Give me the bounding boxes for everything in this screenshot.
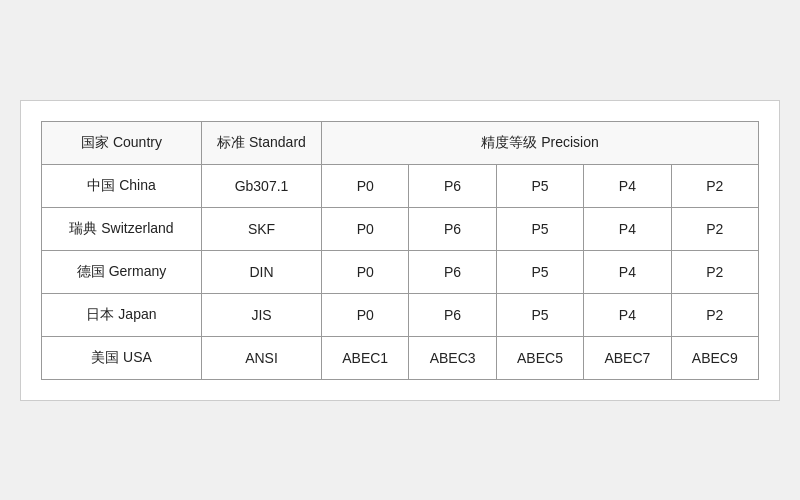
- table-body: 中国 ChinaGb307.1P0P6P5P4P2瑞典 SwitzerlandS…: [42, 164, 759, 379]
- cell-level-2: P5: [496, 207, 583, 250]
- col-header-standard: 标准 Standard: [202, 121, 322, 164]
- cell-country: 美国 USA: [42, 336, 202, 379]
- cell-level-0: P0: [322, 207, 409, 250]
- cell-country: 中国 China: [42, 164, 202, 207]
- cell-level-4: P2: [671, 293, 758, 336]
- cell-level-3: P4: [584, 250, 671, 293]
- table-row: 美国 USAANSIABEC1ABEC3ABEC5ABEC7ABEC9: [42, 336, 759, 379]
- cell-country: 德国 Germany: [42, 250, 202, 293]
- cell-standard: ANSI: [202, 336, 322, 379]
- cell-standard: DIN: [202, 250, 322, 293]
- cell-level-0: ABEC1: [322, 336, 409, 379]
- table-row: 中国 ChinaGb307.1P0P6P5P4P2: [42, 164, 759, 207]
- cell-level-3: ABEC7: [584, 336, 671, 379]
- cell-level-4: P2: [671, 164, 758, 207]
- cell-standard: JIS: [202, 293, 322, 336]
- header-row: 国家 Country 标准 Standard 精度等级 Precision: [42, 121, 759, 164]
- cell-level-3: P4: [584, 207, 671, 250]
- cell-level-3: P4: [584, 293, 671, 336]
- cell-level-1: P6: [409, 164, 496, 207]
- cell-level-2: P5: [496, 293, 583, 336]
- table-wrapper: 国家 Country 标准 Standard 精度等级 Precision 中国…: [20, 100, 780, 401]
- table-row: 德国 GermanyDINP0P6P5P4P2: [42, 250, 759, 293]
- table-row: 日本 JapanJISP0P6P5P4P2: [42, 293, 759, 336]
- table-row: 瑞典 SwitzerlandSKFP0P6P5P4P2: [42, 207, 759, 250]
- cell-level-0: P0: [322, 250, 409, 293]
- cell-country: 日本 Japan: [42, 293, 202, 336]
- cell-country: 瑞典 Switzerland: [42, 207, 202, 250]
- cell-level-0: P0: [322, 293, 409, 336]
- cell-level-4: P2: [671, 250, 758, 293]
- cell-level-2: P5: [496, 164, 583, 207]
- cell-level-1: P6: [409, 207, 496, 250]
- cell-level-1: ABEC3: [409, 336, 496, 379]
- cell-standard: Gb307.1: [202, 164, 322, 207]
- cell-level-4: P2: [671, 207, 758, 250]
- cell-level-4: ABEC9: [671, 336, 758, 379]
- cell-level-3: P4: [584, 164, 671, 207]
- precision-table: 国家 Country 标准 Standard 精度等级 Precision 中国…: [41, 121, 759, 380]
- cell-level-1: P6: [409, 293, 496, 336]
- col-header-country: 国家 Country: [42, 121, 202, 164]
- cell-level-1: P6: [409, 250, 496, 293]
- cell-level-2: P5: [496, 250, 583, 293]
- cell-level-0: P0: [322, 164, 409, 207]
- cell-standard: SKF: [202, 207, 322, 250]
- col-header-precision: 精度等级 Precision: [322, 121, 759, 164]
- cell-level-2: ABEC5: [496, 336, 583, 379]
